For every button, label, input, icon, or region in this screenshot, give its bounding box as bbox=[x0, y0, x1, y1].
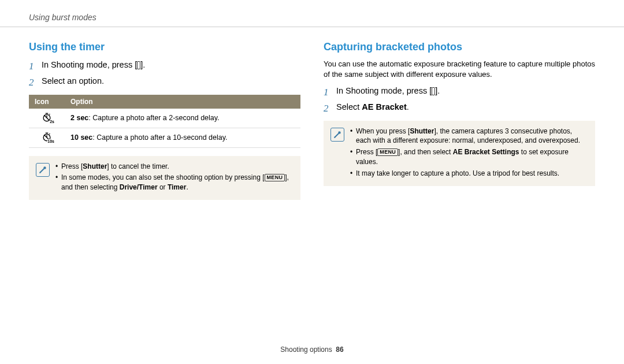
step-text: . bbox=[407, 102, 409, 112]
step-bold: AE Bracket bbox=[362, 102, 406, 112]
table-cell: 2 sec: Capture a photo after a 2-second … bbox=[65, 109, 300, 128]
step-text: In Shooting mode, press [ bbox=[336, 86, 432, 95]
options-table: Icon Option 2s 2 sec: Capture a photo af… bbox=[29, 95, 300, 148]
step-item: In Shooting mode, press [ ]. bbox=[29, 59, 300, 72]
step-item: Select an option. bbox=[29, 75, 300, 88]
table-row: 2s 2 sec: Capture a photo after a 2-seco… bbox=[29, 109, 300, 128]
step-text: Select bbox=[336, 102, 362, 112]
note-list: Press [Shutter] to cancel the timer. In … bbox=[55, 162, 294, 194]
note-icon bbox=[36, 163, 50, 177]
note-item: In some modes, you can also set the shoo… bbox=[55, 173, 294, 192]
note-box-right: When you press [Shutter], the camera cap… bbox=[324, 121, 595, 186]
note-icon bbox=[330, 128, 344, 142]
step-text: ]. bbox=[140, 60, 145, 69]
table-row: 10s 10 sec: Capture a photo after a 10-s… bbox=[29, 128, 300, 147]
note-list: When you press [Shutter], the camera cap… bbox=[350, 127, 588, 180]
note-box-left: Press [Shutter] to cancel the timer. In … bbox=[29, 156, 300, 200]
step-text: In Shooting mode, press [ bbox=[42, 60, 137, 69]
intro-text: You can use the automatic exposure brack… bbox=[324, 59, 595, 79]
step-text: Select an option. bbox=[42, 76, 104, 86]
table-cell: 10 sec: Capture a photo after a 10-secon… bbox=[65, 128, 300, 147]
section-title-timer: Using the timer bbox=[29, 41, 300, 53]
timer-10s-icon: 10s bbox=[42, 132, 52, 142]
menu-button-icon: MENU bbox=[265, 174, 285, 181]
breadcrumb-header: Using burst modes bbox=[0, 0, 624, 27]
note-item: Press [MENU], and then select AE Bracket… bbox=[350, 147, 588, 167]
page-footer: Shooting options 86 bbox=[0, 346, 624, 354]
section-title-bracket: Capturing bracketed photos bbox=[324, 41, 595, 53]
content-columns: Using the timer In Shooting mode, press … bbox=[0, 41, 624, 200]
icon-subscript: 2s bbox=[50, 120, 54, 124]
icon-subscript: 10s bbox=[47, 139, 54, 143]
steps-list-left: In Shooting mode, press [ ]. Select an o… bbox=[29, 59, 300, 88]
note-item: When you press [Shutter], the camera cap… bbox=[350, 127, 588, 146]
left-column: Using the timer In Shooting mode, press … bbox=[29, 41, 300, 200]
table-header-icon: Icon bbox=[29, 95, 65, 109]
step-text: ]. bbox=[435, 86, 440, 95]
menu-button-icon: MENU bbox=[377, 148, 398, 156]
timer-2s-icon: 2s bbox=[42, 112, 52, 122]
step-item: In Shooting mode, press [ ]. bbox=[324, 85, 595, 98]
step-item: Select AE Bracket. bbox=[324, 101, 595, 114]
note-item: It may take longer to capture a photo. U… bbox=[350, 169, 588, 179]
table-header-option: Option bbox=[65, 95, 300, 109]
note-item: Press [Shutter] to cancel the timer. bbox=[55, 162, 294, 172]
steps-list-right: In Shooting mode, press [ ]. Select AE B… bbox=[324, 85, 595, 114]
right-column: Capturing bracketed photos You can use t… bbox=[324, 41, 595, 200]
